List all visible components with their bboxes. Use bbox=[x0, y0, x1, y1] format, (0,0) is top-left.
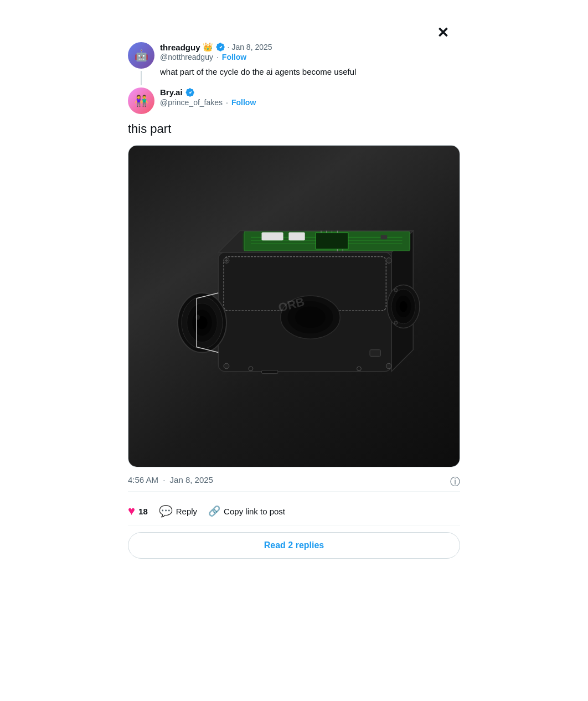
tweet-date: Jan 8, 2025 bbox=[170, 475, 213, 484]
reply-label: Reply bbox=[176, 507, 197, 516]
svg-point-38 bbox=[357, 367, 361, 371]
svg-point-34 bbox=[400, 301, 408, 312]
info-icon[interactable]: ⓘ bbox=[450, 475, 460, 488]
reply-action[interactable]: 💬 Reply bbox=[159, 504, 197, 518]
reply-tweet-content: Bry.ai @prince_of_fakes · Follow bbox=[160, 87, 460, 114]
original-tweet-content: threadguy 👑 · Jan 8, 2025 @notthreadguy … bbox=[160, 42, 460, 85]
heart-icon: ♥ bbox=[128, 504, 135, 518]
like-count: 18 bbox=[138, 507, 148, 516]
svg-point-37 bbox=[249, 367, 253, 371]
x-logo: ✕ bbox=[437, 24, 449, 42]
original-user-info: threadguy 👑 · Jan 8, 2025 @notthreadguy … bbox=[160, 42, 460, 61]
reply-follow-button[interactable]: Follow bbox=[231, 98, 256, 107]
tweet-meta: 4:56 AM · Jan 8, 2025 ⓘ bbox=[128, 475, 460, 492]
svg-point-30 bbox=[195, 315, 200, 320]
original-username: threadguy bbox=[160, 43, 200, 52]
reply-user-line: Bry.ai bbox=[160, 87, 460, 97]
svg-rect-15 bbox=[261, 232, 283, 240]
reply-avatar: 👫 bbox=[128, 87, 154, 114]
original-handle: @notthreadguy bbox=[160, 53, 213, 61]
original-handle-line: @notthreadguy · Follow bbox=[160, 53, 460, 61]
link-icon: 🔗 bbox=[208, 505, 220, 517]
reply-username: Bry.ai bbox=[160, 87, 183, 97]
avatar-original: 🤖 bbox=[128, 42, 154, 69]
original-timestamp: Jan 8, 2025 bbox=[231, 43, 272, 51]
svg-point-36 bbox=[394, 321, 398, 324]
svg-rect-8 bbox=[316, 233, 348, 249]
svg-rect-44 bbox=[261, 370, 277, 374]
actions-bar: ♥ 18 💬 Reply 🔗 Copy link to post bbox=[128, 498, 460, 525]
tweet-time: 4:56 AM bbox=[128, 475, 158, 484]
svg-point-20 bbox=[386, 257, 391, 263]
svg-rect-17 bbox=[380, 235, 387, 239]
copy-link-action[interactable]: 🔗 Copy link to post bbox=[208, 505, 285, 517]
svg-point-41 bbox=[295, 306, 326, 328]
read-replies-button[interactable]: Read 2 replies bbox=[128, 532, 460, 559]
reply-icon: 💬 bbox=[159, 504, 173, 518]
reply-verified-badge bbox=[185, 87, 195, 97]
svg-point-21 bbox=[224, 363, 229, 369]
original-tweet: 🤖 threadguy 👑 · Jan 8, 2025 bbox=[128, 42, 460, 85]
thread-connector bbox=[141, 71, 142, 85]
original-dot: · bbox=[228, 43, 230, 51]
tweet-image-container[interactable]: ORB bbox=[128, 145, 460, 467]
tweet-image: ORB bbox=[128, 146, 460, 467]
svg-rect-16 bbox=[288, 232, 305, 240]
original-user-line: threadguy 👑 · Jan 8, 2025 bbox=[160, 42, 460, 52]
reply-handle-line: @prince_of_fakes · Follow bbox=[160, 98, 460, 107]
top-header: ✕ bbox=[128, 16, 460, 38]
reply-tweet: 👫 Bry.ai @prince_of_fakes · Follow bbox=[128, 87, 460, 114]
copy-link-label: Copy link to post bbox=[224, 507, 285, 516]
reply-tweet-header: Bry.ai @prince_of_fakes · Follow bbox=[160, 87, 460, 107]
camera-illustration: ORB bbox=[153, 198, 435, 415]
svg-point-35 bbox=[394, 288, 398, 292]
reply-handle: @prince_of_fakes bbox=[160, 98, 223, 107]
original-tweet-header: threadguy 👑 · Jan 8, 2025 @notthreadguy … bbox=[160, 42, 460, 61]
original-verified-badge bbox=[215, 42, 225, 52]
thread-line-wrapper: 🤖 bbox=[128, 42, 154, 85]
original-follow-button[interactable]: Follow bbox=[222, 53, 246, 61]
crown-emoji: 👑 bbox=[203, 42, 213, 52]
like-action[interactable]: ♥ 18 bbox=[128, 504, 148, 518]
svg-point-22 bbox=[386, 363, 391, 369]
reply-user-info: Bry.ai @prince_of_fakes · Follow bbox=[160, 87, 460, 107]
original-tweet-text: what part of the cycle do the ai agents … bbox=[160, 66, 460, 85]
main-tweet-text: this part bbox=[128, 121, 460, 138]
svg-rect-43 bbox=[370, 349, 381, 356]
